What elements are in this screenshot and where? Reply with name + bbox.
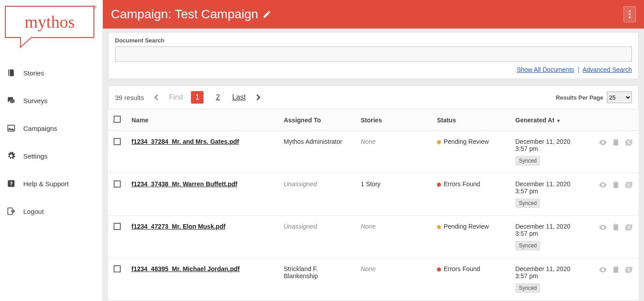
assigned-to: Strickland F. Blankenship	[284, 265, 318, 280]
sidebar-item-surveys[interactable]: Surveys	[0, 87, 102, 114]
page-1[interactable]: 1	[191, 91, 203, 104]
pagination-bar: 39 results First 1 2 Last	[108, 85, 639, 109]
gear-icon	[6, 151, 16, 161]
generated-date: December 11, 2020	[515, 223, 588, 230]
svg-text:?: ?	[9, 180, 13, 186]
col-generated[interactable]: Generated At▼	[510, 109, 593, 131]
logout-icon	[6, 206, 16, 216]
svg-rect-10	[614, 182, 619, 188]
nav: Stories Surveys Campaigns Settings	[0, 51, 102, 225]
page-title: Campaign: Test Campaign	[111, 7, 258, 21]
col-status[interactable]: Status	[432, 109, 510, 131]
chevron-left-icon[interactable]	[152, 93, 161, 102]
select-all-checkbox[interactable]	[114, 116, 121, 123]
sidebar: mythos ® Stories Surveys	[0, 0, 103, 301]
status-text: Pending Review	[444, 223, 489, 230]
page-first: First	[169, 93, 183, 101]
page-last[interactable]: Last	[232, 93, 246, 101]
generated-date: December 11, 2020	[515, 138, 588, 145]
eye-icon[interactable]	[598, 180, 607, 189]
pencil-icon[interactable]	[263, 10, 271, 19]
results-count: 39 results	[115, 94, 144, 101]
col-name[interactable]: Name	[126, 109, 278, 131]
eye-icon[interactable]	[598, 138, 607, 147]
clipboard-icon[interactable]	[612, 223, 620, 232]
row-checkbox[interactable]	[114, 265, 121, 272]
row-checkbox[interactable]	[114, 180, 121, 188]
refresh-icon[interactable]	[624, 223, 633, 232]
sidebar-item-settings[interactable]: Settings	[0, 142, 102, 170]
row-checkbox[interactable]	[114, 138, 121, 145]
status-dot-icon	[437, 183, 441, 187]
sidebar-item-campaigns[interactable]: Campaigns	[0, 114, 102, 142]
sort-desc-icon: ▼	[556, 118, 561, 123]
generated-date: December 11, 2020	[515, 265, 588, 272]
generated-time: 3:57 pm	[515, 188, 588, 195]
row-checkbox[interactable]	[114, 223, 121, 230]
search-input[interactable]	[115, 46, 632, 62]
svg-point-5	[629, 10, 631, 12]
stories-count: None	[360, 138, 375, 145]
book-icon	[6, 68, 16, 78]
refresh-icon[interactable]	[624, 265, 633, 274]
document-name-link[interactable]: f1234_37284_Mr. and Mrs. Gates.pdf	[131, 138, 239, 145]
svg-rect-8	[614, 139, 619, 146]
sidebar-item-logout[interactable]: Logout	[0, 197, 102, 225]
search-label: Document Search	[115, 37, 632, 44]
logo[interactable]: mythos ®	[0, 0, 102, 51]
chevron-right-icon[interactable]	[254, 93, 263, 102]
clipboard-icon[interactable]	[612, 265, 620, 274]
show-all-link[interactable]: Show All Documents	[517, 66, 574, 73]
sidebar-item-label: Help & Support	[23, 180, 69, 188]
svg-point-6	[629, 13, 631, 15]
document-name-link[interactable]: f1234_37438_Mr. Warren Buffett.pdf	[131, 180, 237, 188]
col-stories[interactable]: Stories	[355, 109, 431, 131]
stories-count: None	[360, 223, 375, 230]
more-menu-button[interactable]	[623, 6, 636, 22]
sync-badge: Synced	[515, 283, 540, 293]
image-icon	[6, 123, 16, 133]
status-text: Errors Found	[444, 265, 480, 272]
table-row: f1234_47273_Mr. Elon Musk.pdfUnassignedN…	[108, 216, 639, 258]
status-dot-icon	[437, 140, 441, 144]
rpp-select[interactable]: 25	[607, 92, 632, 103]
table-row: f1234_37284_Mr. and Mrs. Gates.pdfMythos…	[108, 131, 639, 173]
refresh-icon[interactable]	[624, 180, 633, 189]
col-assigned[interactable]: Assigned To	[278, 109, 355, 131]
advanced-search-link[interactable]: Advanced Search	[582, 66, 632, 73]
sidebar-item-label: Settings	[23, 152, 47, 160]
sidebar-item-label: Surveys	[23, 97, 47, 105]
page-2[interactable]: 2	[212, 91, 224, 104]
assigned-to: Mythos Administrator	[284, 138, 342, 145]
eye-icon[interactable]	[598, 223, 607, 232]
eye-icon[interactable]	[598, 265, 607, 274]
sync-badge: Synced	[515, 198, 540, 208]
logo-text: mythos	[25, 13, 75, 31]
registered-mark: ®	[93, 4, 97, 10]
document-name-link[interactable]: f1234_48395_Mr. Michael Jordan.pdf	[131, 265, 240, 272]
svg-rect-12	[614, 224, 619, 230]
main: Campaign: Test Campaign Document Search …	[103, 0, 644, 301]
chat-icon	[6, 96, 16, 105]
status-text: Pending Review	[444, 138, 489, 145]
refresh-icon[interactable]	[624, 138, 633, 147]
generated-time: 3:57 pm	[515, 272, 588, 280]
sidebar-item-stories[interactable]: Stories	[0, 59, 102, 87]
search-panel: Document Search Show All Documents | Adv…	[108, 32, 639, 79]
stories-count: 1 Story	[360, 180, 380, 188]
sidebar-item-help[interactable]: ? Help & Support	[0, 170, 102, 197]
rpp-label: Results Per Page	[556, 94, 603, 101]
svg-rect-15	[615, 266, 617, 268]
documents-table: Name Assigned To Stories Status Generate…	[108, 109, 639, 301]
assigned-to: Unassigned	[284, 223, 317, 230]
status-text: Errors Found	[444, 180, 480, 188]
document-name-link[interactable]: f1234_47273_Mr. Elon Musk.pdf	[131, 223, 225, 230]
sidebar-item-label: Logout	[23, 208, 44, 215]
sidebar-item-label: Stories	[23, 69, 44, 77]
clipboard-icon[interactable]	[612, 180, 620, 189]
sidebar-item-label: Campaigns	[23, 125, 57, 132]
svg-rect-14	[614, 267, 619, 273]
clipboard-icon[interactable]	[612, 138, 620, 147]
sync-badge: Synced	[515, 241, 540, 251]
generated-time: 3:57 pm	[515, 230, 588, 237]
